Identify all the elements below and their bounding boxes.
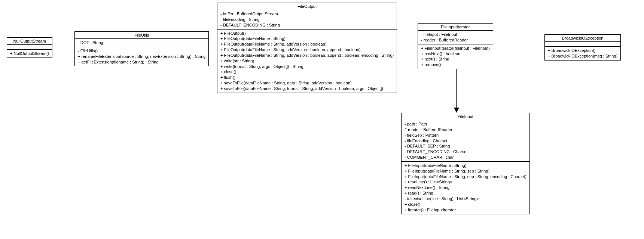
class-fileinputiterator: FileInputIterator - fileInput : FileInpu… [418,23,493,69]
class-title: FileUtils [75,32,208,39]
attribute: - fileEncoding : Charset [405,138,527,144]
svg-marker-1 [454,108,459,113]
method: + FileOutput(dataFileName : String, addV… [220,53,394,58]
attribute: - buffer : BufferedOutputStream [220,11,394,17]
method: + flush() [220,75,394,80]
association-fileinputiterator-to-fileinput [449,69,464,114]
methods-compartment: + FileInput(dataFileName : String) + Fil… [402,162,529,214]
method: - tokeniseLine(line : String) : List<Str… [405,196,527,202]
method: + renameFileExtension(source : String, n… [78,54,205,59]
method: + FileInput(dataFileName : String) [405,163,527,168]
method: + saveToFile(dataFileName : String, form… [220,86,394,91]
method: + BroadwickIOException() [548,48,617,53]
methods-compartment: + NullOutputStream() [7,50,52,58]
attribute: - DEFAULT_ENCODING : Charset [405,149,527,155]
method: + FileOutput() [220,31,394,36]
attributes-compartment: - buffer : BufferedOutputStream - fileEn… [217,10,397,30]
class-nulloutputstream: NullOutputStream + NullOutputStream() [7,37,52,58]
class-fileoutput: FileOutput - buffer : BufferedOutputStre… [217,3,397,93]
attribute: - fieldSep : Pattern [405,133,527,138]
method: + FileInputIterator(fileInput : FileInpu… [421,46,490,51]
attribute: - DEFAULT_ENCODING : String [220,22,394,28]
attribute: - COMMENT_CHAR : char [405,155,527,160]
method: + readNextLine() : String [405,185,527,190]
method: + close() [405,202,527,207]
methods-compartment: - FileUtils() + renameFileExtension(sour… [75,47,208,66]
class-title: FileInputIterator [418,24,493,31]
method: + write(format : String, args : Object[]… [220,64,394,69]
method: + hasNext() : boolean [421,51,490,57]
attributes-compartment [545,42,620,47]
method: + getFileExtension(filename : String) : … [78,59,205,65]
method: + FileOutput(dataFileName : String, addV… [220,41,394,47]
methods-compartment: + FileOutput() + FileOutput(dataFileName… [217,30,397,93]
method: + BroadwickIOException(msg : String) [548,53,617,59]
class-title: NullOutputStream [7,38,52,45]
method: + remove() [421,62,490,68]
attributes-compartment: - path : Path # reader : BufferedReader … [402,120,529,162]
attribute: - reader : BufferedReader [421,37,490,43]
method: + saveToFile(dataFileName : String, data… [220,80,394,86]
class-fileinput: FileInput - path : Path # reader : Buffe… [401,113,530,214]
methods-compartment: + FileInputIterator(fileInput : FileInpu… [418,44,493,69]
class-title: BroadwickIOException [545,35,620,42]
attribute: - DOT : String [78,40,205,46]
method: + NullOutputStream() [10,51,49,56]
method: - FileUtils() [78,48,205,54]
methods-compartment: + BroadwickIOException() + BroadwickIOEx… [545,47,620,60]
attribute: - DEFAULT_SEP : String [405,143,527,149]
attribute: - fileInput : FileInput [421,32,490,37]
class-title: FileInput [402,113,529,120]
attribute: # reader : BufferedReader [405,127,527,133]
class-title: FileOutput [217,3,397,10]
method: + iterator() : FileInputIterator [405,207,527,213]
attribute: - path : Path [405,121,527,127]
method: + FileOutput(dataFileName : String, addV… [220,47,394,53]
attributes-compartment: - DOT : String [75,39,208,47]
method: + next() : String [421,56,490,62]
class-fileutils: FileUtils - DOT : String - FileUtils() +… [74,31,209,66]
method: + FileInput(dataFileName : String, sep :… [405,174,527,180]
method: + FileOutput(dataFileName : String) [220,36,394,41]
attributes-compartment [7,45,52,50]
method: + close() [220,69,394,75]
attributes-compartment: - fileInput : FileInput - reader : Buffe… [418,31,493,44]
attribute: - fileEncoding : String [220,17,394,22]
method: + read() : String [405,190,527,196]
class-broadwickioexception: BroadwickIOException + BroadwickIOExcept… [544,34,621,60]
method: + FileInput(dataFileName : String, sep :… [405,168,527,174]
method: + write(str : String) [220,58,394,64]
method: + readLine() : List<String> [405,179,527,185]
